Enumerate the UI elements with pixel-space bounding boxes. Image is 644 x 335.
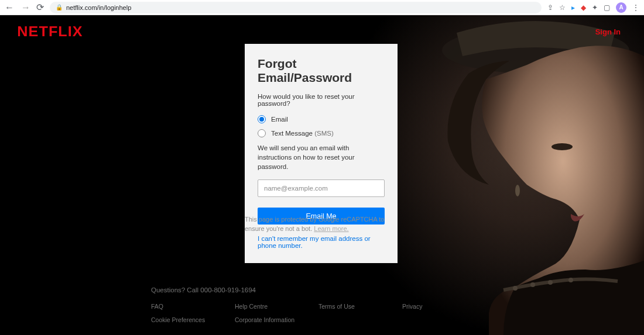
recaptcha-notice: This page is protected by Google reCAPTC… xyxy=(245,215,398,234)
svg-point-6 xyxy=(515,185,520,196)
option-email-row[interactable]: Email xyxy=(258,115,385,123)
footer-link-faq[interactable]: FAQ xyxy=(151,303,235,310)
nav-arrows: ← → xyxy=(5,2,30,13)
footer-link-privacy[interactable]: Privacy xyxy=(402,303,486,310)
footer-link-help[interactable]: Help Centre xyxy=(235,303,318,310)
browser-toolbar: ← → ⟳ 🔒 netflix.com/in/loginhelp ⇪ ☆ ▸ ◆… xyxy=(0,0,644,15)
address-bar[interactable]: 🔒 netflix.com/in/loginhelp xyxy=(50,2,542,13)
footer-questions: Questions? Call 000-800-919-1694 xyxy=(151,286,621,293)
radio-email[interactable] xyxy=(258,115,266,123)
sign-in-link[interactable]: Sign In xyxy=(595,27,621,36)
radio-email-label: Email xyxy=(271,116,288,123)
share-icon[interactable]: ⇪ xyxy=(547,4,553,12)
footer-links: FAQ Help Centre Terms of Use Privacy Coo… xyxy=(151,303,621,323)
footer-link-cookie[interactable]: Cookie Preferences xyxy=(151,316,235,323)
email-input[interactable] xyxy=(258,179,385,197)
netflix-logo[interactable]: NETFLIX xyxy=(17,23,83,40)
card-title: Forgot Email/Password xyxy=(258,57,385,85)
radio-sms[interactable] xyxy=(258,129,266,137)
url-text: netflix.com/in/loginhelp xyxy=(66,4,131,11)
ext-icon-1[interactable]: ▸ xyxy=(571,4,575,12)
extension-icons: ⇪ ☆ ▸ ◆ ✦ ▢ A ⋮ xyxy=(547,2,639,13)
page-footer: Questions? Call 000-800-919-1694 FAQ Hel… xyxy=(0,275,644,335)
back-button[interactable]: ← xyxy=(5,2,14,13)
forward-button[interactable]: → xyxy=(21,2,30,13)
instruction-text: We will send you an email with instructi… xyxy=(258,143,385,171)
tab-icon[interactable]: ▢ xyxy=(604,4,610,12)
reset-question: How would you like to reset your passwor… xyxy=(258,93,385,107)
option-sms-row[interactable]: Text Message (SMS) xyxy=(258,129,385,137)
footer-link-terms[interactable]: Terms of Use xyxy=(318,303,402,310)
menu-icon[interactable]: ⋮ xyxy=(632,4,639,12)
cant-remember-link[interactable]: I can't remember my email address or pho… xyxy=(258,235,385,249)
profile-avatar[interactable]: A xyxy=(616,2,626,13)
lock-icon: 🔒 xyxy=(56,4,63,11)
star-icon[interactable]: ☆ xyxy=(559,4,566,12)
page-header: NETFLIX Sign In xyxy=(0,15,644,48)
ext-icon-2[interactable]: ◆ xyxy=(581,4,586,12)
learn-more-link[interactable]: Learn more. xyxy=(314,225,348,232)
puzzle-icon[interactable]: ✦ xyxy=(592,4,598,12)
page-body: NETFLIX Sign In Forgot Email/Password Ho… xyxy=(0,15,644,335)
footer-link-corporate[interactable]: Corporate Information xyxy=(235,316,318,323)
reload-button[interactable]: ⟳ xyxy=(36,2,44,13)
svg-point-7 xyxy=(551,143,573,150)
radio-sms-label: Text Message (SMS) xyxy=(271,130,334,137)
